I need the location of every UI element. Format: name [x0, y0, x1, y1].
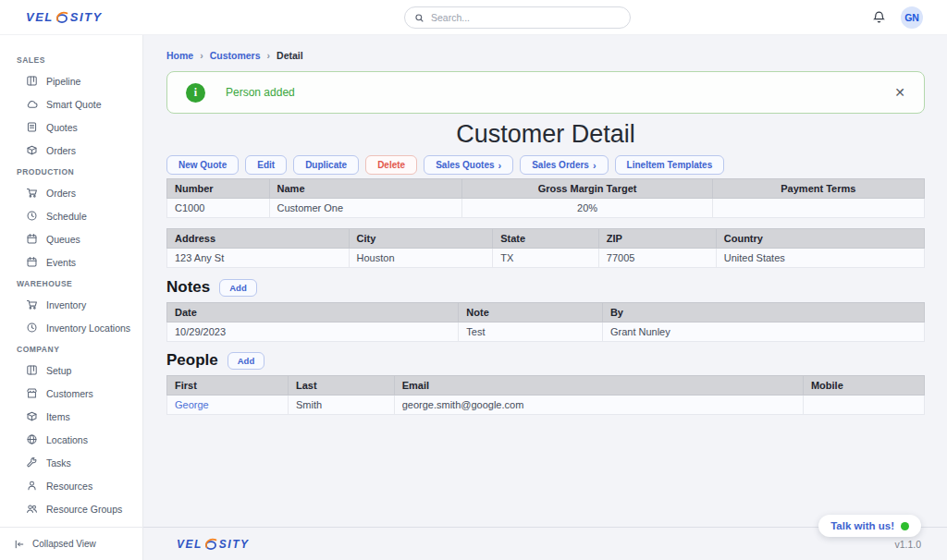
document-icon: [26, 121, 38, 133]
cell-zip: 77005: [598, 249, 716, 268]
cell-email: george.smith@google.com: [394, 396, 803, 415]
chevron-right-icon: ›: [267, 50, 271, 61]
sidebar-item-production-orders[interactable]: Orders: [26, 187, 142, 199]
brand-logo-text-left: VEL: [26, 10, 54, 24]
breadcrumb-home[interactable]: Home: [166, 50, 193, 61]
cloud-icon: [26, 98, 38, 110]
main-content: Home › Customers › Detail i Person added…: [143, 35, 947, 560]
column-header-zip: ZIP: [598, 229, 716, 249]
action-toolbar: New Quote Edit Duplicate Delete Sales Qu…: [166, 155, 925, 175]
column-header-name: Name: [269, 179, 462, 199]
online-status-dot-icon: [901, 522, 909, 530]
search-icon: [414, 13, 424, 23]
collapse-sidebar-toggle[interactable]: Collapsed View: [0, 527, 142, 560]
notifications-bell-icon[interactable]: [872, 10, 886, 25]
sidebar-item-items[interactable]: Items: [26, 410, 142, 422]
column-header-city: City: [349, 229, 493, 249]
close-icon[interactable]: ✕: [894, 86, 905, 99]
breadcrumb: Home › Customers › Detail: [166, 50, 925, 61]
cell-first: George: [167, 396, 289, 415]
sidebar-item-sales-orders[interactable]: Orders: [26, 144, 142, 156]
top-bar: VEL SITY GN: [0, 0, 947, 35]
edit-button[interactable]: Edit: [245, 155, 287, 175]
brand-logo[interactable]: VEL SITY: [26, 10, 103, 25]
person-icon: [26, 480, 38, 492]
cell-name: Customer One: [269, 199, 462, 218]
address-table: Address City State ZIP Country 123 Any S…: [166, 228, 925, 268]
notes-section-title: Notes: [166, 278, 210, 297]
sidebar-item-tasks[interactable]: Tasks: [26, 457, 142, 469]
cart-icon: [26, 298, 38, 310]
sidebar-item-inventory[interactable]: Inventory: [26, 298, 142, 310]
box-icon: [26, 144, 38, 156]
sidebar-item-events[interactable]: Events: [26, 256, 142, 268]
sales-quotes-dropdown-button[interactable]: Sales Quotes ›: [424, 155, 513, 175]
column-header-note: Note: [459, 303, 603, 323]
sidebar-section-company: COMPANY: [17, 345, 142, 354]
chat-widget-button[interactable]: Talk with us!: [818, 515, 921, 537]
table-row: George Smith george.smith@google.com: [167, 396, 925, 415]
clock-icon: [26, 322, 38, 334]
search-input[interactable]: [431, 12, 621, 23]
sidebar-item-smart-quote[interactable]: Smart Quote: [26, 98, 142, 110]
duplicate-button[interactable]: Duplicate: [293, 155, 359, 175]
search-bar[interactable]: [404, 6, 631, 29]
sidebar-item-setup[interactable]: Setup: [26, 364, 142, 376]
add-person-button[interactable]: Add: [228, 352, 264, 370]
cell-note: Test: [459, 323, 603, 342]
person-first-name-link[interactable]: George: [175, 399, 209, 410]
people-section-title: People: [166, 351, 218, 370]
breadcrumb-current: Detail: [277, 50, 303, 61]
cell-last: Smith: [289, 396, 395, 415]
column-header-email: Email: [394, 376, 803, 396]
cell-country: United States: [716, 249, 924, 268]
cell-address: 123 Any St: [167, 249, 350, 268]
box-icon: [26, 410, 38, 422]
sidebar-section-warehouse: WAREHOUSE: [17, 279, 142, 288]
calendar-icon: [26, 233, 38, 245]
column-header-date: Date: [167, 303, 459, 323]
column-header-by: By: [602, 303, 924, 323]
people-icon: [26, 503, 38, 515]
cell-number: C1000: [167, 199, 270, 218]
sidebar-item-pipeline[interactable]: Pipeline: [26, 75, 142, 87]
sidebar-item-locations[interactable]: Locations: [26, 433, 142, 445]
table-row: 123 Any St Houston TX 77005 United State…: [167, 249, 925, 268]
footer-brand-logo: VEL SITY: [177, 537, 250, 552]
cell-city: Houston: [349, 249, 493, 268]
kanban-icon: [26, 75, 38, 87]
cell-gross-margin-target: 20%: [462, 199, 712, 218]
cell-by: Grant Nunley: [602, 323, 924, 342]
sidebar-section-sales: SALES: [17, 55, 142, 65]
user-avatar[interactable]: GN: [901, 6, 923, 29]
sidebar-item-schedule[interactable]: Schedule: [26, 210, 142, 222]
sidebar-item-queues[interactable]: Queues: [26, 233, 142, 245]
column-header-payment-terms: Payment Terms: [712, 179, 924, 199]
storefront-icon: [26, 387, 38, 399]
page-title: Customer Detail: [166, 120, 925, 149]
chevron-right-icon: ›: [200, 50, 203, 61]
sidebar-item-inventory-locations[interactable]: Inventory Locations: [26, 322, 142, 334]
add-note-button[interactable]: Add: [219, 279, 256, 297]
cell-state: TX: [493, 249, 599, 268]
info-icon: i: [186, 83, 205, 103]
sidebar-item-resource-groups[interactable]: Resource Groups: [26, 503, 142, 515]
notes-table: Date Note By 10/29/2023 Test Grant Nunle…: [166, 302, 925, 342]
sidebar-item-quotes[interactable]: Quotes: [26, 121, 142, 133]
delete-button[interactable]: Delete: [365, 155, 417, 175]
column-header-state: State: [493, 229, 599, 249]
new-quote-button[interactable]: New Quote: [166, 155, 239, 175]
breadcrumb-customers[interactable]: Customers: [210, 50, 261, 61]
brand-logo-swoosh-icon: [55, 10, 69, 25]
brand-logo-text-right: SITY: [70, 10, 103, 24]
sidebar-item-customers[interactable]: Customers: [26, 387, 142, 399]
success-alert: i Person added ✕: [166, 71, 925, 114]
calendar-icon: [26, 256, 38, 268]
column-header-address: Address: [167, 229, 350, 249]
lineitem-templates-button[interactable]: LineItem Templates: [615, 155, 725, 175]
collapse-arrow-icon: [14, 539, 25, 550]
cell-mobile: [803, 396, 924, 415]
sidebar-item-resources[interactable]: Resources: [26, 480, 142, 492]
column-header-first: First: [167, 376, 289, 396]
sales-orders-dropdown-button[interactable]: Sales Orders ›: [520, 155, 608, 175]
